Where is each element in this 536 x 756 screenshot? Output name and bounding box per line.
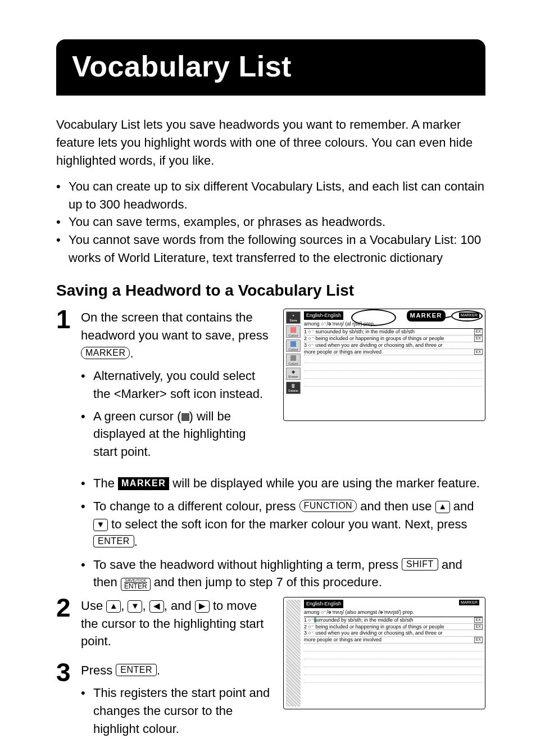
down-arrow-key: ▼ <box>128 600 142 613</box>
intro-bullet: You cannot save words from the following… <box>56 231 485 267</box>
screenshot-marker-mode: MARKER MARKER +Save Colour Colour Colour <box>283 309 485 421</box>
marker-key: MARKER <box>81 347 130 359</box>
down-arrow-key: ▼ <box>93 519 108 531</box>
colour-icon: Colour <box>286 339 301 352</box>
dict-header: English-English <box>304 311 343 320</box>
save-tick-enter-key: SAVE/TICKENTER <box>121 578 151 591</box>
step1-note: The MARKER will be displayed while you a… <box>81 474 485 492</box>
def-line: 1 ○⁻ surrounded by sb/sth; in the middle… <box>304 329 483 336</box>
callout-oval-right <box>451 310 483 322</box>
step1-note: To save the headword without highlightin… <box>81 556 485 591</box>
step1-note: To change to a different colour, press F… <box>81 497 485 550</box>
title-bar: Vocabulary List <box>56 39 485 96</box>
section-heading: Saving a Headword to a Vocabulary List <box>56 282 485 300</box>
step1-text-b: . <box>130 346 133 360</box>
callout-oval-left <box>351 309 396 326</box>
step-number: 3 <box>56 659 81 685</box>
colour-icon: Colour <box>286 325 301 338</box>
sidebar-hatch <box>286 600 301 707</box>
eraser-icon: ◆Eraser <box>286 368 301 380</box>
def-line: more people or things are involvedEX <box>304 349 483 356</box>
intro-bullet: You can save terms, examples, or phrases… <box>56 213 485 231</box>
step1-sub-cursor: A green cursor () will be displayed at t… <box>81 408 271 461</box>
step-number: 2 <box>56 595 81 621</box>
right-arrow-key: ▶ <box>195 600 210 613</box>
save-icon: +Save <box>286 311 301 324</box>
step1-sub: Alternatively, you could select the <Mar… <box>81 367 271 403</box>
marker-small-icon: MARKER <box>459 600 479 605</box>
up-arrow-key: ▲ <box>435 501 450 513</box>
delete-icon: 🗑Delete <box>286 382 301 394</box>
step-number: 1 <box>56 306 81 332</box>
marker-badge: MARKER <box>407 310 446 322</box>
step-body: On the screen that contains the headword… <box>81 309 485 465</box>
page-title: Vocabulary List <box>72 49 470 83</box>
up-arrow-key: ▲ <box>106 600 121 613</box>
def-line: 1 ○⁻ surrounded by sb/sth; in the middle… <box>304 617 483 624</box>
step1-full-bullets: The MARKER will be displayed while you a… <box>81 474 485 591</box>
function-key: FUNCTION <box>299 500 357 512</box>
step-1: 1 On the screen that contains the headwo… <box>56 309 485 465</box>
def-line: 3 ○⁻ used when you are dividing or choos… <box>304 630 483 637</box>
page: Vocabulary List Vocabulary List lets you… <box>0 0 536 756</box>
intro-bullet: You can create up to six different Vocab… <box>56 178 485 214</box>
marker-inverse-icon: MARKER <box>118 477 169 490</box>
green-cursor-icon <box>181 413 189 421</box>
enter-key: ENTER <box>93 535 134 547</box>
intro-text: Vocabulary List lets you save headwords … <box>56 116 485 170</box>
def-line: 3 ○⁻ used when you are dividing or choos… <box>304 342 483 349</box>
def-line: more people or things are involvedEX <box>304 637 483 644</box>
def-line: 2 ○⁻ being included or happening in grou… <box>304 336 483 342</box>
colour-icon: Colour <box>286 354 301 366</box>
dict-header: English-English <box>304 600 343 608</box>
step1-text-a: On the screen that contains the headword… <box>81 310 269 342</box>
step-2: 2 Use ▲, ▼, ◀, and ▶ to move the cursor … <box>56 597 485 752</box>
screenshot-cursor-move: MARKER English-English among ○⁻/əˈmʌŋ/ (… <box>283 597 485 709</box>
entry-headword: among ○⁻/əˈmʌŋ/ (also amongst /əˈmʌŋst/)… <box>304 608 483 617</box>
left-arrow-key: ◀ <box>149 600 164 613</box>
shift-key: SHIFT <box>402 558 438 571</box>
intro-bullets: You can create up to six different Vocab… <box>56 178 485 267</box>
step3-sub: This registers the start point and chang… <box>81 684 271 738</box>
def-line: 2 ○⁻ being included or happening in grou… <box>304 624 483 631</box>
enter-key: ENTER <box>116 664 157 676</box>
sidebar-icons: +Save Colour Colour Colour ◆Eraser 🗑Dele… <box>286 311 301 418</box>
